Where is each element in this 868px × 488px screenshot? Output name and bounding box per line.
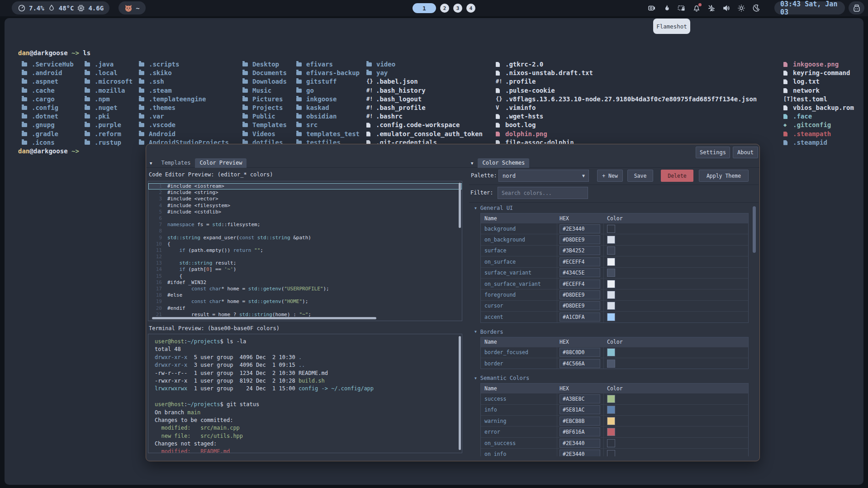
hex-input[interactable]: #2E3440: [560, 224, 600, 233]
color-swatch[interactable]: [607, 439, 615, 447]
night-light-off-icon[interactable]: [752, 4, 760, 12]
flameshot-icon[interactable]: [663, 4, 671, 12]
workspace-button-3[interactable]: 3: [453, 4, 462, 13]
clock[interactable]: 03:43 Sat, Jan 03: [774, 1, 845, 14]
editor-horizontal-scrollbar[interactable]: [152, 317, 376, 319]
color-swatch[interactable]: [607, 225, 615, 233]
workspace-button-1[interactable]: 1: [413, 3, 436, 13]
ls-entry: Pictures: [242, 95, 287, 104]
ls-entry: Desktop: [242, 60, 287, 69]
file-name: src: [306, 121, 318, 129]
hex-input[interactable]: #5E81AC: [560, 405, 600, 414]
hex-input[interactable]: #D8DEE9: [560, 301, 600, 310]
ls-entry: .vscode: [139, 121, 229, 129]
hex-input[interactable]: #88C0D0: [560, 348, 600, 357]
brightness-icon[interactable]: [737, 4, 745, 12]
section-header[interactable]: ▼Borders: [469, 327, 759, 337]
airplane-mode-off-icon[interactable]: [707, 4, 716, 12]
hex-input[interactable]: #2E3440: [560, 450, 600, 456]
chevron-down-icon[interactable]: ▼: [471, 161, 473, 166]
color-row[interactable]: on_surface#ECEFF4: [481, 256, 748, 267]
color-swatch[interactable]: [607, 236, 615, 244]
color-swatch[interactable]: [607, 348, 615, 356]
delete-button[interactable]: Delete: [661, 170, 693, 182]
color-row[interactable]: border#4C566A: [481, 358, 748, 369]
tray-icon[interactable]: [849, 1, 864, 14]
hex-input[interactable]: #ECEFF4: [560, 257, 600, 266]
color-swatch[interactable]: [607, 313, 615, 321]
editor-vertical-scrollbar[interactable]: [459, 183, 461, 228]
section-header[interactable]: ▼Semantic Colors: [469, 373, 759, 383]
hex-input[interactable]: #A3BE8C: [560, 394, 600, 403]
color-row[interactable]: surface#3B4252: [481, 245, 748, 256]
terminal-workspace-pill[interactable]: ~: [119, 1, 145, 14]
color-swatch[interactable]: [607, 406, 615, 414]
tab-color-schemes[interactable]: Color Schemes: [478, 158, 529, 168]
color-row[interactable]: on_background#D8DEE9: [481, 234, 748, 245]
system-stats-pill[interactable]: 7.4% 48°C 4.6G: [12, 1, 109, 14]
sh-icon: #!: [366, 104, 373, 112]
color-row[interactable]: on_info#2E3440: [481, 448, 748, 456]
terminal-preview[interactable]: user@host:~/projects$ ls -latotal 48drwx…: [148, 334, 462, 453]
apply-theme-button[interactable]: Apply Theme: [699, 170, 749, 182]
color-row[interactable]: on_success#2E3440: [481, 437, 748, 448]
hex-input[interactable]: #ECEFF4: [560, 280, 600, 289]
color-swatch[interactable]: [607, 258, 615, 266]
workspace-button-4[interactable]: 4: [466, 4, 475, 13]
file-name: .bash_logout: [376, 95, 422, 104]
color-swatch[interactable]: [607, 360, 615, 368]
tab-color-preview[interactable]: Color Preview: [195, 158, 247, 168]
save-button[interactable]: Save: [627, 170, 653, 182]
color-name: surface: [481, 246, 557, 256]
color-row[interactable]: background#2E3440: [481, 223, 748, 234]
screencast-icon[interactable]: [648, 4, 656, 12]
color-swatch[interactable]: [607, 450, 615, 456]
color-row[interactable]: foreground#D8DEE9: [481, 289, 748, 300]
notifications-icon[interactable]: [693, 4, 701, 12]
hex-input[interactable]: #434C5E: [560, 268, 600, 277]
workspace-button-2[interactable]: 2: [440, 4, 449, 13]
hex-input[interactable]: #D8DEE9: [560, 235, 600, 244]
screenshot-lock-icon[interactable]: [678, 4, 686, 12]
palette-dropdown[interactable]: nord ▼: [498, 170, 589, 182]
hex-input[interactable]: #D8DEE9: [560, 290, 600, 299]
color-row[interactable]: surface_variant#434C5E: [481, 267, 748, 278]
color-swatch[interactable]: [607, 246, 615, 255]
color-swatch[interactable]: [607, 395, 615, 403]
settings-button[interactable]: Settings: [696, 147, 730, 158]
section-header[interactable]: ▼General UI: [469, 203, 759, 213]
hex-input[interactable]: #2E3440: [560, 439, 600, 448]
color-swatch[interactable]: [607, 280, 615, 288]
color-row[interactable]: border_focused#88C0D0: [481, 347, 748, 358]
new-button[interactable]: + New: [597, 170, 623, 182]
color-swatch[interactable]: [607, 417, 615, 425]
color-row[interactable]: error#BF616A: [481, 426, 748, 437]
hex-input[interactable]: #A1CDFA: [560, 313, 600, 322]
terminal-vertical-scrollbar[interactable]: [459, 336, 461, 450]
color-swatch[interactable]: [607, 428, 615, 436]
hex-input[interactable]: #4C566A: [560, 359, 600, 368]
hex-input[interactable]: #BF616A: [560, 427, 600, 436]
ls-entry: dolphin.png: [496, 130, 757, 138]
volume-icon[interactable]: [722, 4, 730, 12]
about-button[interactable]: About: [733, 147, 758, 158]
code-editor-preview[interactable]: 1#include <iostream>2#include <string>3#…: [148, 181, 462, 321]
file-name: Templates: [252, 121, 287, 129]
line-number: 8: [148, 228, 162, 234]
chevron-down-icon[interactable]: ▼: [150, 161, 152, 166]
tab-templates[interactable]: Templates: [157, 158, 195, 168]
color-row[interactable]: warning#EBCB8B: [481, 415, 748, 426]
color-swatch[interactable]: [607, 269, 615, 277]
color-row[interactable]: info#5E81AC: [481, 404, 748, 415]
color-row[interactable]: accent#A1CDFA: [481, 311, 748, 322]
hex-input[interactable]: #3B4252: [560, 246, 600, 255]
color-swatch[interactable]: [607, 302, 615, 310]
color-row[interactable]: on_surface_variant#ECEFF4: [481, 278, 748, 289]
color-row[interactable]: success#A3BE8C: [481, 393, 748, 404]
filter-input[interactable]: [498, 187, 588, 199]
panel-scrollbar[interactable]: [753, 206, 756, 253]
color-row[interactable]: cursor#D8DEE9: [481, 300, 748, 311]
color-swatch[interactable]: [607, 291, 615, 299]
ls-entry: .ServiceHub: [22, 60, 74, 69]
hex-input[interactable]: #EBCB8B: [560, 417, 600, 426]
